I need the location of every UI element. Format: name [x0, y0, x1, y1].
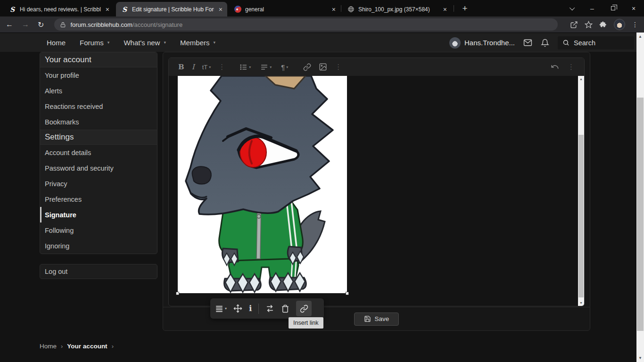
editor-scrollbar-thumb[interactable]: [578, 135, 584, 297]
alerts-bell-icon[interactable]: [541, 39, 549, 47]
minimize-button[interactable]: –: [582, 0, 603, 16]
italic-button[interactable]: I: [192, 63, 195, 71]
tab-hi-dears[interactable]: S Hi dears, need reviews. | Scribble ×: [4, 2, 114, 16]
insert-link-button[interactable]: [303, 63, 311, 71]
wolf-character-illustration: [178, 76, 347, 293]
user-menu[interactable]: Hans.Trondhe...: [464, 39, 515, 47]
restore-button[interactable]: [603, 0, 623, 16]
bold-button[interactable]: B: [178, 63, 184, 71]
sidebar-item-signature[interactable]: Signature: [40, 207, 157, 222]
tab-close-icon[interactable]: ×: [331, 6, 337, 13]
scroll-down-icon[interactable]: ▼: [636, 356, 644, 360]
alt-text-button[interactable]: i: [249, 304, 252, 313]
scribblehub-favicon: S: [8, 6, 16, 13]
tab-separator: [454, 5, 454, 12]
extensions-puzzle-icon[interactable]: [599, 21, 607, 29]
sidebar-item-ignoring[interactable]: Ignoring: [40, 238, 157, 254]
scroll-down-icon[interactable]: ▼: [578, 301, 584, 304]
resize-handle-bottom-left[interactable]: [176, 292, 179, 295]
save-button[interactable]: Save: [354, 313, 399, 326]
sidebar-item-password-security[interactable]: Password and security: [40, 160, 157, 176]
font-size-button[interactable]: tT▾: [202, 64, 211, 71]
share-icon[interactable]: [570, 21, 578, 29]
reload-button[interactable]: ↻: [38, 20, 44, 29]
tab-general[interactable]: general ×: [229, 2, 340, 16]
user-avatar[interactable]: [449, 37, 461, 49]
sidebar-item-following[interactable]: Following: [40, 222, 157, 238]
lock-icon: [60, 22, 66, 28]
page-scrollbar[interactable]: ▲ ▼: [636, 33, 644, 362]
paragraph-format-button[interactable]: ¶▾: [281, 63, 288, 71]
url-path: /account/signature: [132, 21, 182, 28]
window-controls: – ×: [564, 0, 644, 16]
tab-separator: [341, 5, 341, 12]
sidebar-item-privacy[interactable]: Privacy: [40, 176, 157, 191]
close-window-button[interactable]: ×: [623, 0, 644, 16]
resize-handle-bottom-right[interactable]: [346, 292, 349, 295]
scroll-up-icon[interactable]: ▲: [636, 34, 644, 39]
breadcrumb-your-account[interactable]: Your account: [67, 343, 107, 350]
browser-window: S Hi dears, need reviews. | Scribble × S…: [0, 0, 644, 362]
new-tab-button[interactable]: +: [458, 2, 471, 15]
sidebar-item-alerts[interactable]: Alerts: [40, 83, 157, 99]
editor-scrollbar[interactable]: ▲ ▼: [578, 76, 584, 306]
chevron-down-icon: ▾: [107, 40, 110, 45]
move-image-button[interactable]: [233, 304, 242, 313]
more-insert-options-icon[interactable]: ⋮: [335, 63, 342, 71]
undo-button[interactable]: [551, 63, 559, 71]
insert-link-image-button[interactable]: [296, 301, 312, 316]
forward-button[interactable]: →: [22, 20, 29, 29]
delete-image-button[interactable]: [281, 304, 289, 313]
chevron-right-icon: ›: [61, 343, 63, 350]
sidebar-item-reactions-received[interactable]: Reactions received: [40, 99, 157, 114]
image-edit-toolbar: ▾ i: [210, 298, 324, 319]
tab-close-icon[interactable]: ×: [442, 6, 448, 13]
sidebar-item-preferences[interactable]: Preferences: [40, 191, 157, 207]
inbox-mail-icon[interactable]: [523, 38, 532, 47]
sidebar-item-account-details[interactable]: Account details: [40, 145, 157, 160]
chevron-down-icon: ▾: [164, 40, 166, 45]
sidebar-item-bookmarks[interactable]: Bookmarks: [40, 114, 157, 130]
nav-whats-new[interactable]: What's new▾: [124, 39, 166, 47]
nav-home[interactable]: Home: [47, 39, 66, 47]
nav-members[interactable]: Members▾: [180, 39, 215, 47]
search-icon: [562, 39, 570, 46]
editor-content[interactable]: [169, 76, 578, 306]
sidebar-item-your-profile[interactable]: Your profile: [40, 67, 157, 83]
tab-search-chevron-icon[interactable]: [564, 0, 582, 16]
tab-shiro-image[interactable]: Shiro_100_px.jpg (357×584) ×: [342, 2, 452, 16]
align-image-button[interactable]: ▾: [215, 304, 227, 313]
tab-edit-signature[interactable]: S Edit signature | Scribble Hub Foru ×: [116, 2, 227, 16]
url-bar[interactable]: forum.scribblehub.com/account/signature: [54, 18, 558, 31]
chevron-down-icon: ▾: [214, 40, 216, 45]
nav-forums[interactable]: Forums▾: [80, 39, 109, 47]
insert-link-tooltip: Insert link: [289, 317, 323, 329]
url-host: forum.scribblehub.com: [70, 21, 132, 28]
page-scrollbar-thumb[interactable]: [637, 98, 644, 331]
bookmark-star-icon[interactable]: [585, 21, 593, 29]
browser-profile-avatar[interactable]: [614, 19, 625, 30]
tab-close-icon[interactable]: ×: [105, 6, 110, 13]
back-button[interactable]: ←: [6, 20, 13, 29]
list-button[interactable]: ▾: [239, 63, 251, 71]
align-button[interactable]: ▾: [260, 63, 272, 71]
logout-button[interactable]: Log out: [40, 264, 157, 279]
breadcrumb-home[interactable]: Home: [40, 343, 57, 350]
tab-title: Edit signature | Scribble Hub Foru: [132, 6, 214, 13]
toolbar-divider: [258, 304, 259, 314]
change-image-button[interactable]: [265, 304, 274, 313]
tab-title: Hi dears, need reviews. | Scribble: [20, 6, 101, 13]
rich-text-editor[interactable]: B I tT▾ ⋮ ▾ ▾ ¶▾ ⋮: [168, 58, 585, 306]
account-sidebar: Your account Your profile Alerts Reactio…: [40, 52, 157, 279]
more-text-options-icon[interactable]: ⋮: [218, 63, 225, 71]
search-button[interactable]: Search: [558, 36, 634, 49]
section-settings: Settings: [40, 130, 157, 145]
insert-image-button[interactable]: [319, 63, 327, 71]
browser-menu-icon[interactable]: ⋮: [632, 21, 638, 28]
scroll-up-icon[interactable]: ▲: [578, 77, 584, 81]
signature-form: B I tT▾ ⋮ ▾ ▾ ¶▾ ⋮: [163, 52, 590, 331]
tab-close-icon[interactable]: ×: [218, 6, 223, 13]
signature-image-selected[interactable]: [178, 76, 347, 293]
more-toolbar-options-icon[interactable]: ⋮: [568, 63, 575, 71]
floppy-disk-icon: [364, 315, 371, 322]
